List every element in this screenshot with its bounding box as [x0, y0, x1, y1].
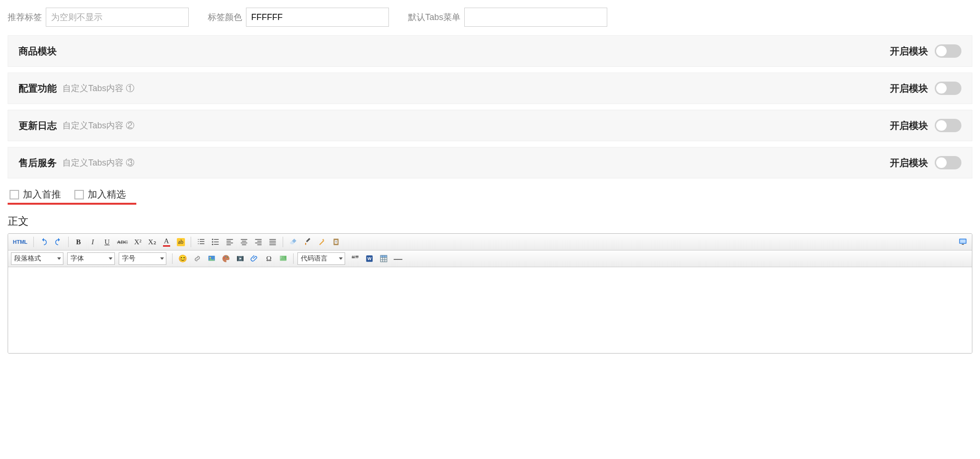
- underline-button[interactable]: U: [101, 236, 113, 248]
- panel-title: 商品模块: [19, 45, 57, 58]
- image-button[interactable]: [205, 252, 218, 265]
- align-right-button[interactable]: [252, 236, 265, 248]
- default-tabs-group: 默认Tabs菜单: [408, 8, 607, 27]
- color-palette-button[interactable]: [220, 252, 232, 265]
- special-char-button[interactable]: Ω: [263, 252, 275, 265]
- clear-format-button[interactable]: [316, 236, 328, 248]
- brush-icon: [303, 238, 312, 246]
- table-icon: [379, 254, 388, 263]
- paperclip-icon: [250, 254, 259, 263]
- align-left-icon: [225, 238, 234, 246]
- link-icon: [193, 254, 202, 263]
- unordered-list-icon: [211, 238, 220, 246]
- svg-point-12: [225, 256, 226, 257]
- horizontal-rule-button[interactable]: —: [392, 252, 404, 265]
- checkbox-label: 加入精选: [88, 188, 126, 201]
- monitor-icon: [959, 238, 967, 246]
- fullscreen-button[interactable]: [957, 236, 969, 248]
- paste-text-button[interactable]: T: [330, 236, 342, 248]
- eraser-icon: [289, 238, 297, 246]
- toggle-label: 开启模块: [890, 156, 928, 169]
- editor-content-area[interactable]: [8, 267, 972, 353]
- richtext-editor: HTML B I U ABC X² X₂ A ab: [8, 233, 972, 354]
- redo-button[interactable]: [52, 236, 64, 248]
- font-color-button[interactable]: A: [160, 236, 173, 248]
- enable-module-toggle[interactable]: [935, 82, 961, 95]
- svg-point-0: [212, 239, 214, 240]
- panel-left: 售后服务 自定义Tabs内容 ③: [19, 156, 134, 169]
- align-center-icon: [240, 238, 248, 246]
- strikethrough-button[interactable]: ABC: [115, 236, 130, 248]
- editor-toolbar-row-2: 段落格式 字体 字号 😊 Ω 代码语言 ❝❞ W —: [8, 250, 972, 267]
- font-size-select[interactable]: 字号: [119, 252, 166, 265]
- svg-point-13: [227, 257, 228, 258]
- map-button[interactable]: [277, 252, 289, 265]
- tag-color-group: 标签颜色: [208, 8, 389, 27]
- content-section-title: 正文: [8, 214, 972, 229]
- html-source-button[interactable]: HTML: [11, 236, 30, 248]
- default-tabs-label: 默认Tabs菜单: [408, 11, 460, 23]
- palette-icon: [222, 254, 230, 263]
- superscript-button[interactable]: X²: [132, 236, 144, 248]
- panel-title: 配置功能: [19, 82, 57, 95]
- recommend-tag-label: 推荐标签: [8, 11, 42, 23]
- align-center-button[interactable]: [238, 236, 250, 248]
- font-family-select[interactable]: 字体: [67, 252, 115, 265]
- ordered-list-button[interactable]: [195, 236, 207, 248]
- toolbar-separator: [33, 237, 34, 247]
- image-icon: [207, 254, 216, 263]
- highlight-icon: ab: [177, 238, 185, 246]
- blockquote-button[interactable]: ❝❞: [349, 252, 361, 265]
- toggle-label: 开启模块: [890, 82, 928, 95]
- table-button[interactable]: [378, 252, 390, 265]
- paste-word-button[interactable]: W: [363, 252, 376, 265]
- recommend-tag-group: 推荐标签: [8, 8, 189, 27]
- word-icon: W: [365, 254, 374, 263]
- redo-icon: [54, 238, 62, 246]
- panel-right: 开启模块: [890, 119, 961, 132]
- panel-subtitle: 自定义Tabs内容 ②: [62, 120, 134, 131]
- svg-text:W: W: [368, 256, 372, 261]
- panel-after-sales: 售后服务 自定义Tabs内容 ③ 开启模块: [8, 147, 972, 178]
- checkbox-featured[interactable]: 加入首推: [10, 188, 61, 201]
- default-tabs-input[interactable]: [464, 8, 607, 27]
- panel-subtitle: 自定义Tabs内容 ①: [62, 83, 134, 94]
- link-button[interactable]: [191, 252, 204, 265]
- tag-color-label: 标签颜色: [208, 11, 242, 23]
- toolbar-separator: [283, 237, 283, 247]
- align-right-icon: [254, 238, 263, 246]
- panel-title: 更新日志: [19, 119, 57, 132]
- svg-rect-16: [243, 256, 244, 261]
- tag-color-input[interactable]: [246, 8, 389, 27]
- panel-config-function: 配置功能 自定义Tabs内容 ① 开启模块: [8, 73, 972, 104]
- undo-button[interactable]: [38, 236, 50, 248]
- unordered-list-button[interactable]: [209, 236, 222, 248]
- recommend-tag-input[interactable]: [46, 8, 189, 27]
- toolbar-separator: [191, 237, 191, 247]
- font-color-icon: A: [163, 237, 170, 247]
- svg-point-2: [212, 244, 214, 245]
- align-justify-button[interactable]: [266, 236, 279, 248]
- align-left-button[interactable]: [224, 236, 236, 248]
- checkbox-label: 加入首推: [23, 188, 61, 201]
- emoji-button[interactable]: 😊: [176, 252, 189, 265]
- enable-module-toggle[interactable]: [935, 119, 961, 132]
- highlight-button[interactable]: ab: [174, 236, 187, 248]
- svg-rect-7: [960, 240, 966, 243]
- checkbox-selected[interactable]: 加入精选: [74, 188, 126, 201]
- paragraph-format-select[interactable]: 段落格式: [11, 252, 63, 265]
- code-language-select[interactable]: 代码语言: [297, 252, 345, 265]
- subscript-button[interactable]: X₂: [146, 236, 158, 248]
- bold-button[interactable]: B: [72, 236, 85, 248]
- enable-module-toggle[interactable]: [935, 44, 961, 58]
- eraser-button[interactable]: [287, 236, 299, 248]
- svg-point-10: [210, 257, 211, 258]
- enable-module-toggle[interactable]: [935, 156, 961, 169]
- panel-left: 配置功能 自定义Tabs内容 ①: [19, 82, 134, 95]
- panel-right: 开启模块: [890, 156, 961, 169]
- toggle-label: 开启模块: [890, 119, 928, 132]
- video-button[interactable]: [234, 252, 246, 265]
- attachment-button[interactable]: [248, 252, 261, 265]
- italic-button[interactable]: I: [87, 236, 99, 248]
- format-painter-button[interactable]: [301, 236, 314, 248]
